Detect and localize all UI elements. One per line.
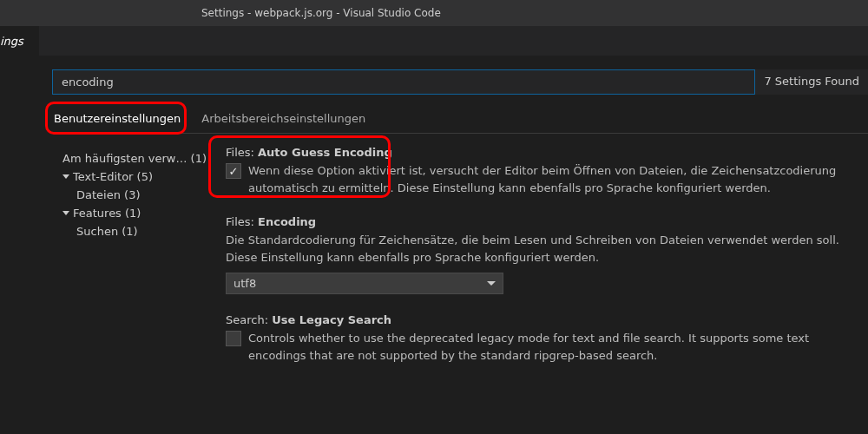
chevron-down-icon	[62, 211, 69, 215]
sidebar-item-search[interactable]: Suchen (1)	[52, 222, 208, 240]
settings-editor-tab[interactable]: ings	[0, 26, 39, 56]
setting-auto-guess-encoding: Files: Auto Guess Encoding ✓ Wenn diese …	[226, 146, 868, 196]
setting-description: Controls whether to use the deprecated l…	[248, 330, 868, 364]
editor-tabbar: ings	[0, 26, 868, 56]
auto-guess-checkbox[interactable]: ✓	[226, 163, 241, 179]
sidebar-item-text-editor[interactable]: Text-Editor (5)	[52, 168, 208, 186]
encoding-select[interactable]: utf8	[226, 273, 503, 294]
tab-user-settings[interactable]: Benutzereinstellungen	[52, 105, 182, 133]
setting-use-legacy-search: Search: Use Legacy Search Controls wheth…	[226, 313, 868, 364]
window-title: Settings - webpack.js.org - Visual Studi…	[201, 7, 441, 19]
chevron-down-icon	[487, 281, 496, 286]
setting-title: Search: Use Legacy Search	[226, 313, 868, 326]
window-titlebar: Settings - webpack.js.org - Visual Studi…	[0, 0, 868, 26]
select-value: utf8	[233, 277, 256, 290]
setting-title: Files: Auto Guess Encoding	[226, 146, 868, 159]
setting-description: Die Standardcodierung für Zeichensätze, …	[226, 232, 868, 266]
settings-outline: Am häufigsten verw… (1) Text-Editor (5) …	[52, 146, 208, 383]
legacy-search-checkbox[interactable]	[226, 331, 241, 346]
check-icon: ✓	[229, 165, 239, 178]
settings-list: Files: Auto Guess Encoding ✓ Wenn diese …	[226, 146, 868, 383]
chevron-down-icon	[62, 174, 69, 179]
setting-description: Wenn diese Option aktiviert ist, versuch…	[248, 162, 868, 196]
sidebar-item-frequent[interactable]: Am häufigsten verw… (1)	[52, 149, 208, 168]
setting-title: Files: Encoding	[226, 215, 868, 228]
settings-search-input[interactable]	[52, 69, 755, 95]
settings-scope-tabs: Benutzereinstellungen Arbeitsbereichsein…	[52, 105, 868, 134]
tab-workspace-settings[interactable]: Arbeitsbereichseinstellungen	[200, 105, 367, 133]
setting-files-encoding: Files: Encoding Die Standardcodierung fü…	[226, 215, 868, 294]
sidebar-item-features[interactable]: Features (1)	[52, 204, 208, 222]
sidebar-item-files[interactable]: Dateien (3)	[52, 186, 208, 204]
settings-search-count: 7 Settings Found	[755, 69, 868, 95]
